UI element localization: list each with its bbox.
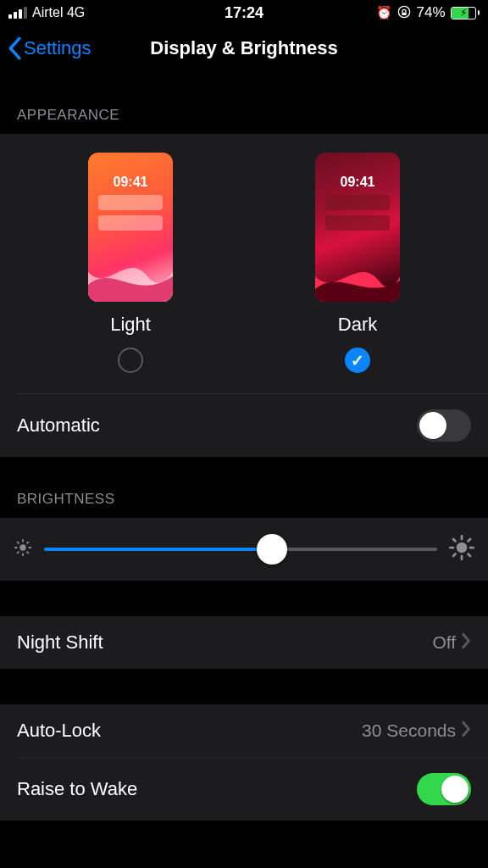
auto-lock-value: 30 Seconds (362, 721, 456, 741)
auto-lock-row[interactable]: Auto-Lock 30 Seconds (0, 704, 488, 757)
light-radio[interactable] (118, 348, 143, 373)
appearance-header: APPEARANCE (0, 73, 488, 134)
night-shift-label: Night Shift (17, 632, 103, 654)
night-shift-row[interactable]: Night Shift Off (0, 616, 488, 669)
chevron-right-icon (461, 632, 471, 654)
light-preview: 09:41 (88, 153, 173, 302)
nav-bar: Settings Display & Brightness (0, 24, 488, 73)
svg-point-11 (457, 542, 468, 554)
dark-radio[interactable] (345, 348, 370, 373)
automatic-switch[interactable] (417, 409, 471, 442)
dark-label: Dark (338, 314, 377, 336)
svg-line-19 (469, 539, 471, 542)
brightness-thumb[interactable] (257, 534, 287, 565)
brightness-slider[interactable] (44, 548, 437, 551)
svg-line-16 (453, 539, 456, 542)
status-bar: Airtel 4G 17:24 ⏰ 74% ⚡︎ (0, 0, 488, 24)
sun-large-icon (449, 535, 474, 564)
statusbar-time: 17:24 (0, 4, 488, 22)
automatic-row: Automatic (0, 394, 488, 457)
sun-small-icon (14, 538, 32, 560)
battery-icon: ⚡︎ (451, 7, 480, 19)
automatic-label: Automatic (17, 415, 100, 437)
svg-point-2 (19, 544, 25, 550)
svg-line-8 (27, 552, 28, 553)
dark-preview: 09:41 (315, 153, 400, 302)
page-title: Display & Brightness (0, 37, 488, 59)
svg-line-17 (469, 554, 471, 557)
svg-line-10 (27, 542, 28, 543)
brightness-header: BRIGHTNESS (0, 457, 488, 518)
appearance-option-dark[interactable]: 09:41 Dark (244, 153, 471, 373)
raise-to-wake-label: Raise to Wake (17, 778, 137, 800)
auto-lock-label: Auto-Lock (17, 720, 101, 742)
svg-line-9 (18, 552, 19, 553)
appearance-option-light[interactable]: 09:41 Light (17, 153, 244, 373)
raise-to-wake-switch[interactable] (417, 773, 471, 805)
chevron-right-icon (461, 721, 471, 742)
light-label: Light (110, 314, 151, 336)
night-shift-value: Off (432, 632, 456, 653)
svg-line-18 (453, 554, 456, 557)
appearance-panel: 09:41 Light 09:41 Dark Automatic (0, 134, 488, 457)
brightness-panel (0, 518, 488, 581)
raise-to-wake-row: Raise to Wake (0, 758, 488, 821)
svg-line-7 (18, 542, 19, 543)
